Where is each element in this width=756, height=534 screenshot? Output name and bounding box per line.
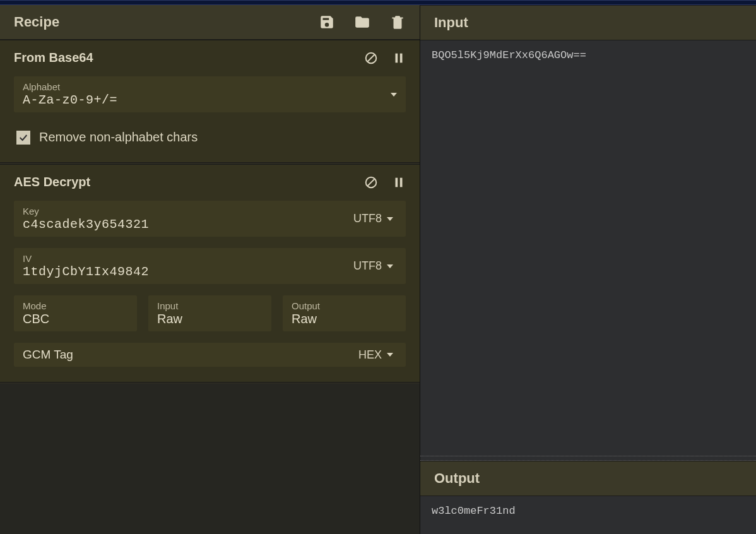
disable-icon[interactable] (364, 175, 378, 189)
mode-label: Mode (23, 300, 128, 311)
operation-from-base64[interactable]: From Base64 Alphabet A-Za-z0-9+/= (0, 40, 420, 163)
output-textarea[interactable]: w3lc0meFr31nd (420, 496, 756, 534)
iv-format-value: UTF8 (353, 259, 382, 273)
output-type-label: Output (292, 300, 397, 311)
recipe-drop-area[interactable] (0, 384, 420, 534)
recipe-title: Recipe (14, 14, 59, 30)
iv-format-selector[interactable]: UTF8 (350, 259, 397, 273)
recipe-header-icons (319, 14, 406, 30)
output-header: Output (420, 461, 756, 496)
recipe-header: Recipe (0, 5, 420, 40)
input-type-value[interactable]: Raw (157, 312, 263, 326)
main-layout: Recipe From Base64 Alphabet A- (0, 5, 756, 534)
output-type-value[interactable]: Raw (292, 312, 397, 326)
dropdown-caret-icon[interactable] (391, 93, 397, 97)
key-label: Key (23, 206, 149, 217)
save-icon[interactable] (319, 14, 335, 30)
alphabet-label: Alphabet (23, 81, 117, 92)
dropdown-caret-icon (387, 217, 393, 221)
dropdown-caret-icon (387, 264, 393, 268)
remove-non-alpha-label: Remove non-alphabet chars (39, 130, 198, 145)
svg-line-1 (368, 54, 375, 61)
key-value[interactable]: c4scadek3y654321 (23, 217, 149, 232)
alphabet-field[interactable]: Alphabet A-Za-z0-9+/= (14, 76, 406, 112)
operation-title: From Base64 (14, 50, 93, 65)
output-panel: Output w3lc0meFr31nd (420, 461, 756, 534)
svg-rect-6 (396, 177, 398, 187)
input-type-label: Input (157, 300, 263, 311)
mode-value[interactable]: CBC (23, 312, 128, 326)
input-textarea[interactable]: BQO5l5Kj9MdErXx6Q6AGOw== (420, 40, 756, 456)
remove-non-alpha-row[interactable]: Remove non-alphabet chars (14, 124, 406, 147)
gcm-tag-format-value: HEX (358, 348, 382, 362)
gcm-tag-label: GCM Tag (23, 348, 73, 362)
iv-value[interactable]: 1tdyjCbY1Ix49842 (23, 264, 149, 279)
svg-rect-7 (400, 177, 403, 187)
iv-label: IV (23, 253, 149, 264)
input-type-field[interactable]: Input Raw (148, 295, 271, 331)
iv-field[interactable]: IV 1tdyjCbY1Ix49842 UTF8 (14, 248, 406, 284)
operation-header: AES Decrypt (0, 165, 420, 196)
recipe-panel: Recipe From Base64 Alphabet A- (0, 5, 420, 534)
svg-rect-3 (400, 53, 403, 62)
operation-body: Alphabet A-Za-z0-9+/= Remove non-alphabe… (0, 71, 420, 147)
pause-icon[interactable] (392, 51, 406, 65)
key-field[interactable]: Key c4scadek3y654321 UTF8 (14, 201, 406, 237)
dropdown-caret-icon (387, 353, 393, 357)
io-panel-group: Input BQO5l5Kj9MdErXx6Q6AGOw== Output w3… (420, 5, 756, 534)
mode-input-output-row: Mode CBC Input Raw Output Raw (14, 295, 406, 331)
input-panel: Input BQO5l5Kj9MdErXx6Q6AGOw== (420, 5, 756, 456)
output-type-field[interactable]: Output Raw (283, 295, 406, 331)
gcm-tag-field[interactable]: GCM Tag HEX (14, 343, 406, 367)
input-header: Input (420, 5, 756, 40)
mode-field[interactable]: Mode CBC (14, 295, 137, 331)
trash-icon[interactable] (389, 14, 406, 30)
operation-header: From Base64 (0, 40, 420, 71)
output-title: Output (434, 470, 742, 487)
pause-icon[interactable] (392, 175, 406, 189)
gcm-tag-format-selector[interactable]: HEX (355, 348, 397, 362)
operation-title: AES Decrypt (14, 175, 90, 189)
svg-line-5 (368, 179, 375, 186)
key-format-value: UTF8 (353, 212, 382, 225)
alphabet-value[interactable]: A-Za-z0-9+/= (23, 93, 117, 107)
operation-aes-decrypt[interactable]: AES Decrypt Key c4scadek3y654321 UTF8 (0, 164, 420, 383)
folder-icon[interactable] (354, 14, 370, 30)
remove-non-alpha-checkbox[interactable] (16, 131, 30, 145)
svg-rect-2 (396, 53, 398, 62)
disable-icon[interactable] (364, 51, 378, 65)
operation-body: Key c4scadek3y654321 UTF8 IV 1tdyjCbY1Ix… (0, 196, 420, 367)
io-splitter[interactable] (420, 456, 756, 461)
window-titlebar (0, 0, 756, 5)
key-format-selector[interactable]: UTF8 (350, 212, 397, 225)
input-title: Input (434, 15, 742, 31)
